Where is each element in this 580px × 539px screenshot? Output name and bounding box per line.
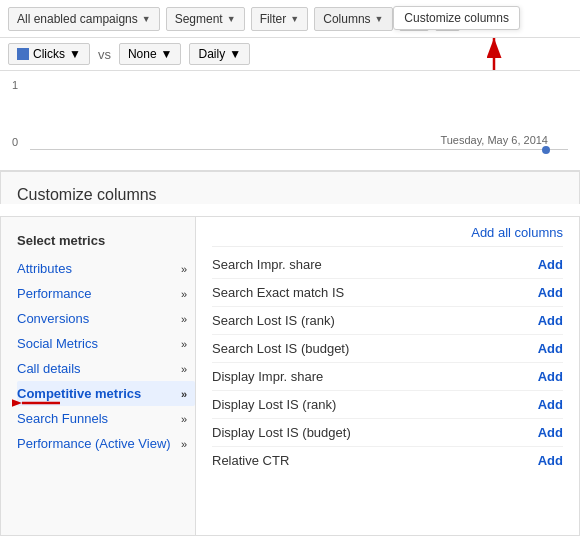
filter-dropdown[interactable]: Filter ▼ (251, 7, 309, 31)
metric-row: Search Impr. share Add (212, 251, 563, 279)
segment-label: Segment (175, 12, 223, 26)
sidebar-item-social[interactable]: Social Metrics » (17, 331, 195, 356)
metric-row: Display Impr. share Add (212, 363, 563, 391)
chevron-right-icon: » (181, 388, 187, 400)
metrics-content: Add all columns Search Impr. share Add S… (196, 217, 579, 535)
sidebar-item-label: Call details (17, 361, 81, 376)
chart-y1-label: 1 (12, 79, 18, 91)
none-label: None (128, 47, 157, 61)
panel-title: Customize columns (17, 186, 563, 204)
metric-add-button[interactable]: Add (538, 453, 563, 468)
add-all-link[interactable]: Add all columns (471, 225, 563, 240)
metrics-sidebar: Select metrics Attributes » Performance … (1, 217, 196, 535)
metric-row-label: Display Lost IS (rank) (212, 397, 336, 412)
metric-row: Search Lost IS (budget) Add (212, 335, 563, 363)
chart-area: 1 0 Tuesday, May 6, 2014 (0, 71, 580, 171)
chart-baseline (30, 149, 568, 150)
clicks-label: Clicks (33, 47, 65, 61)
filter-label: Filter (260, 12, 287, 26)
sidebar-item-label: Performance (17, 286, 91, 301)
metric-add-button[interactable]: Add (538, 397, 563, 412)
filter-caret: ▼ (290, 14, 299, 24)
metric-row-label: Search Impr. share (212, 257, 322, 272)
metrics-sidebar-list: Attributes » Performance » Conversions »… (17, 256, 195, 456)
metric-row: Search Lost IS (rank) Add (212, 307, 563, 335)
tooltip-text: Customize columns (404, 11, 509, 25)
chevron-right-icon: » (181, 263, 187, 275)
segment-caret: ▼ (227, 14, 236, 24)
columns-label: Columns (323, 12, 370, 26)
sidebar-item-performance[interactable]: Performance » (17, 281, 195, 306)
sidebar-item-conversions[interactable]: Conversions » (17, 306, 195, 331)
metric-add-button[interactable]: Add (538, 369, 563, 384)
daily-caret: ▼ (229, 47, 241, 61)
sidebar-item-label: Social Metrics (17, 336, 98, 351)
sidebar-item-competitive[interactable]: Competitive metrics » (17, 381, 195, 406)
campaigns-caret: ▼ (142, 14, 151, 24)
chart-date-label: Tuesday, May 6, 2014 (440, 134, 548, 146)
metric-row: Display Lost IS (budget) Add (212, 419, 563, 447)
chevron-right-icon: » (181, 363, 187, 375)
chevron-right-icon: » (181, 338, 187, 350)
campaigns-label: All enabled campaigns (17, 12, 138, 26)
chart-line-area: Tuesday, May 6, 2014 (30, 79, 568, 150)
metric-row-label: Display Impr. share (212, 369, 323, 384)
customize-panel: Select metrics Attributes » Performance … (0, 216, 580, 536)
clicks-color-swatch (17, 48, 29, 60)
metrics-rows-list: Search Impr. share Add Search Exact matc… (212, 251, 563, 474)
sidebar-item-call[interactable]: Call details » (17, 356, 195, 381)
metric-row-label: Relative CTR (212, 453, 289, 468)
metric-row: Display Lost IS (rank) Add (212, 391, 563, 419)
customize-columns-tooltip: Customize columns (393, 6, 520, 30)
sidebar-item-label: Search Funnels (17, 411, 108, 426)
columns-caret: ▼ (375, 14, 384, 24)
sidebar-item-attributes[interactable]: Attributes » (17, 256, 195, 281)
campaigns-dropdown[interactable]: All enabled campaigns ▼ (8, 7, 160, 31)
sidebar-item-label: Competitive metrics (17, 386, 141, 401)
chevron-right-icon: » (181, 313, 187, 325)
daily-label: Daily (198, 47, 225, 61)
sidebar-item-label: Conversions (17, 311, 89, 326)
segment-dropdown[interactable]: Segment ▼ (166, 7, 245, 31)
metric-row-label: Search Lost IS (budget) (212, 341, 349, 356)
second-toolbar: Clicks ▼ vs None ▼ Daily ▼ (0, 38, 580, 71)
metric-add-button[interactable]: Add (538, 285, 563, 300)
metric-add-button[interactable]: Add (538, 313, 563, 328)
daily-dropdown[interactable]: Daily ▼ (189, 43, 250, 65)
chevron-right-icon: » (181, 438, 187, 450)
clicks-dropdown[interactable]: Clicks ▼ (8, 43, 90, 65)
metric-row-label: Search Exact match IS (212, 285, 344, 300)
chart-dot (542, 146, 550, 154)
metric-add-button[interactable]: Add (538, 425, 563, 440)
metric-row: Search Exact match IS Add (212, 279, 563, 307)
metric-row-label: Display Lost IS (budget) (212, 425, 351, 440)
metric-row-label: Search Lost IS (rank) (212, 313, 335, 328)
chevron-right-icon: » (181, 288, 187, 300)
chevron-right-icon: » (181, 413, 187, 425)
metric-row: Relative CTR Add (212, 447, 563, 474)
sidebar-item-funnels[interactable]: Search Funnels » (17, 406, 195, 431)
add-all-container: Add all columns (212, 225, 563, 247)
vs-label: vs (98, 47, 111, 62)
metric-add-button[interactable]: Add (538, 341, 563, 356)
top-toolbar: All enabled campaigns ▼ Segment ▼ Filter… (0, 0, 580, 38)
sidebar-item-label: Performance (Active View) (17, 436, 171, 451)
clicks-caret: ▼ (69, 47, 81, 61)
sidebar-item-label: Attributes (17, 261, 72, 276)
none-caret: ▼ (161, 47, 173, 61)
none-dropdown[interactable]: None ▼ (119, 43, 182, 65)
columns-dropdown[interactable]: Columns ▼ (314, 7, 392, 31)
chart-y0-label: 0 (12, 136, 18, 148)
sidebar-item-active-view[interactable]: Performance (Active View) » (17, 431, 195, 456)
section-header: Select metrics (17, 233, 195, 248)
panel-header-area: Customize columns (0, 171, 580, 204)
metric-add-button[interactable]: Add (538, 257, 563, 272)
